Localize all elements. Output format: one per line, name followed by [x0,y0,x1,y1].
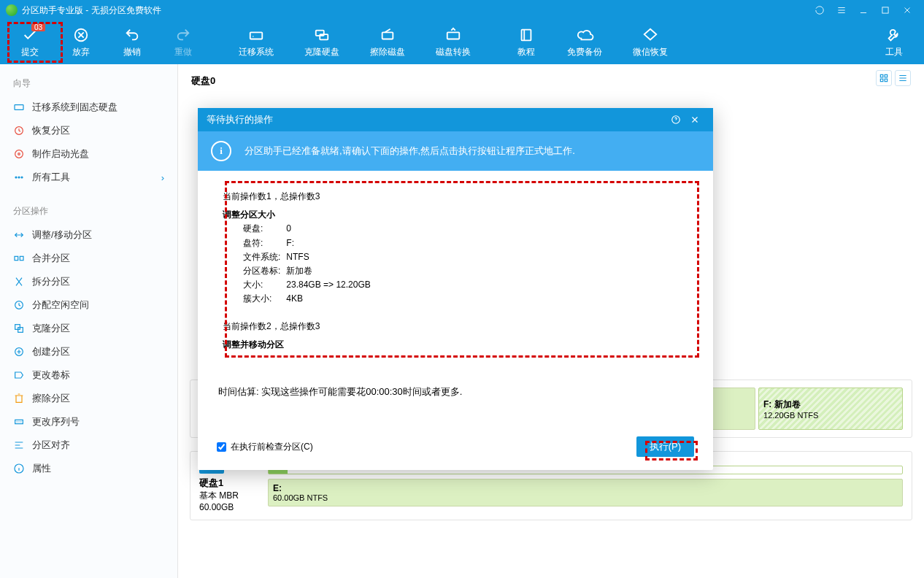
sidebar-item-bootable-media[interactable]: 制作启动光盘 [0,142,177,166]
sidebar-section-wizard: 向导 [0,72,177,96]
sidebar-item-clone-partition[interactable]: 克隆分区 [0,317,177,340]
svg-rect-8 [15,105,23,110]
sidebar-section-ops: 分区操作 [0,199,177,223]
sidebar-item-migrate-ssd[interactable]: 迁移系统到固态硬盘 [0,96,177,119]
toolbar: 03 提交 放弃 撤销 重做 迁移系统 克隆硬盘 擦除磁盘 磁盘转换 教程 免费… [0,20,924,64]
sidebar-item-change-serial[interactable]: 更改序列号 [0,410,177,434]
convert-icon [444,27,463,43]
discard-button[interactable]: 放弃 [55,22,107,63]
info-icon: i [211,141,231,161]
undo-icon [123,27,142,43]
dialog-title: 等待执行的操作 [207,113,273,126]
svg-rect-19 [18,328,23,333]
tutorial-button[interactable]: 教程 [501,22,552,63]
wechat-recover-button[interactable]: 微信恢复 [617,22,683,63]
grid-view-icon[interactable] [876,70,892,86]
dialog-info-bar: i 分区助手已经准备就绪,请确认下面的操作,然后点击执行按钮让程序正式地工作. [198,131,713,171]
check-before-exec-checkbox[interactable]: 在执行前检查分区(C) [217,441,313,453]
migrate-os-button[interactable]: 迁移系统 [223,22,289,63]
sidebar: 向导 迁移系统到固态硬盘 恢复分区 制作启动光盘 所有工具› 分区操作 调整/移… [0,64,178,578]
svg-rect-15 [15,256,18,260]
execute-button[interactable]: 执行(P) [636,436,694,457]
commit-button[interactable]: 03 提交 [4,22,55,63]
dialog-titlebar: 等待执行的操作 [198,108,713,131]
svg-rect-16 [20,256,23,260]
app-title: 分区助手专业版 - 无损分区免费软件 [22,4,161,17]
discard-icon [72,27,91,43]
svg-rect-6 [447,32,460,39]
sidebar-item-wipe-partition[interactable]: 擦除分区 [0,387,177,410]
op1-details: 硬盘:0 盘符:F: 文件系统:NTFS 分区卷标:新加卷 大小:23.84GB… [243,222,377,306]
list-view-icon[interactable] [895,70,911,86]
commit-badge: 03 [31,23,45,31]
app-icon [6,4,18,16]
redo-button[interactable]: 重做 [158,22,209,63]
redo-icon [174,27,193,43]
svg-point-13 [18,177,20,178]
svg-point-12 [15,177,17,178]
more-icon [13,172,25,183]
undo-button[interactable]: 撤销 [107,22,158,63]
clone-disk-button[interactable]: 克隆硬盘 [289,22,355,63]
sidebar-item-align[interactable]: 分区对齐 [0,434,177,457]
sidebar-item-properties[interactable]: 属性 [0,457,177,480]
operations-list[interactable]: 当前操作数1，总操作数3 调整分区大小 硬盘:0 盘符:F: 文件系统:NTFS… [218,182,693,358]
sidebar-item-merge[interactable]: 合并分区 [0,247,177,270]
convert-disk-button[interactable]: 磁盘转换 [420,22,486,63]
disc-icon [13,148,25,160]
svg-point-14 [21,177,23,178]
svg-rect-5 [382,32,393,39]
sidebar-item-split[interactable]: 拆分分区 [0,270,177,293]
disk0-label: 硬盘0 [191,74,911,88]
book-icon [517,27,536,43]
minimize-icon[interactable] [852,3,874,18]
svg-rect-7 [522,29,531,40]
svg-rect-26 [885,79,888,82]
wechat-icon [641,27,660,43]
wipe-icon [378,27,397,43]
sidebar-item-create-partition[interactable]: 创建分区 [0,340,177,363]
backup-button[interactable]: 免费备份 [552,22,617,63]
recover-icon [13,125,25,136]
svg-rect-24 [885,74,888,77]
svg-rect-25 [880,79,883,82]
svg-rect-0 [882,7,888,13]
close-icon[interactable] [896,3,918,18]
refresh-icon[interactable] [809,3,831,18]
cloud-icon [575,27,594,43]
tools-button[interactable]: 工具 [869,22,920,63]
drive-icon [247,27,266,43]
clone-icon [312,27,331,43]
wipe-disk-button[interactable]: 擦除磁盘 [355,22,420,63]
sidebar-item-allocate-free[interactable]: 分配空闲空间 [0,293,177,317]
maximize-icon[interactable] [874,3,896,18]
help-icon[interactable] [666,115,685,125]
svg-rect-18 [15,325,20,330]
partition-cell[interactable]: E:60.00GB NTFS [268,479,903,506]
partition-cell-selected[interactable]: F: 新加卷12.20GB NTFS [758,388,903,430]
sidebar-item-recover-partition[interactable]: 恢复分区 [0,119,177,142]
time-estimate: 时间估算: 实现这些操作可能需要花00:00:30时间或者更多. [218,385,693,398]
titlebar: 分区助手专业版 - 无损分区免费软件 [0,0,924,20]
wrench-icon [885,27,904,43]
ssd-icon [13,101,25,113]
sidebar-item-change-label[interactable]: 更改卷标 [0,363,177,387]
sidebar-item-resize-move[interactable]: 调整/移动分区 [0,223,177,247]
dialog-footer: 在执行前检查分区(C) 执行(P) [198,426,713,470]
svg-point-11 [18,153,20,155]
svg-rect-23 [880,74,883,77]
svg-point-10 [15,150,23,158]
pending-ops-dialog: 等待执行的操作 i 分区助手已经准备就绪,请确认下面的操作,然后点击执行按钮让程… [198,108,713,470]
chevron-right-icon: › [161,172,164,183]
sidebar-item-all-tools[interactable]: 所有工具› [0,166,177,189]
hamburger-icon[interactable] [831,3,852,18]
close-icon[interactable] [685,115,704,125]
svg-rect-2 [250,32,263,39]
view-toggles [876,70,911,86]
